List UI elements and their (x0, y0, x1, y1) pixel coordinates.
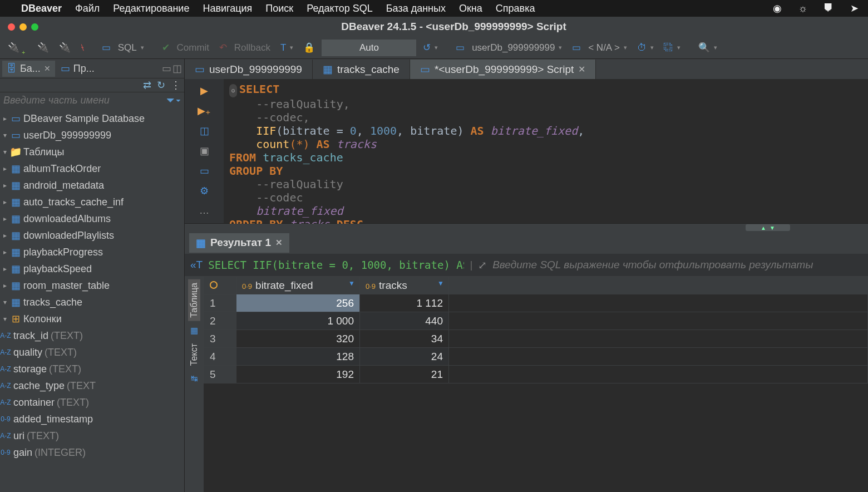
sql-text[interactable]: ⊖SELECT --realQuality, --codec, IIF(bitr… (224, 79, 868, 223)
history-icon[interactable]: ↺ (420, 41, 441, 55)
table-row[interactable]: 5 192 21 (204, 366, 868, 383)
view-menu-icon[interactable]: ⋮ (171, 79, 181, 91)
execute-script-icon[interactable]: ▶₊ (198, 105, 211, 117)
restore-panel-icon[interactable]: ◫ (172, 62, 182, 75)
expand-filter-icon[interactable]: ⤢ (478, 259, 487, 272)
result-grid[interactable]: 0·9bitrate_fixed ▼ 0·9tracks ▼ (204, 276, 868, 492)
table-row[interactable]: 3 320 34 (204, 330, 868, 348)
close-result-icon[interactable]: ✕ (275, 238, 283, 248)
tree-node-column[interactable]: A-Zcontainer(TEXT) (0, 394, 184, 411)
tree-node-table[interactable]: ▦auto_tracks_cache_inf (0, 194, 184, 210)
result-view-tabs: Таблица ▦ Текст ↹ (185, 276, 204, 492)
shield-icon[interactable]: ⛊ (822, 3, 835, 14)
schema-selector[interactable]: ▭ < N/A > (569, 41, 630, 55)
stop-icon[interactable]: ⧷ (77, 41, 87, 55)
column-header-bitrate-fixed[interactable]: 0·9bitrate_fixed ▼ (236, 277, 360, 294)
execute-statement-icon[interactable]: ▶ (200, 85, 208, 97)
close-tab-icon[interactable]: ✕ (578, 64, 585, 75)
rollback-button[interactable]: ↶ Rollback (216, 41, 274, 55)
tree-node-table-tracks-cache[interactable]: ▦tracks_cache (0, 294, 184, 311)
link-editor-icon[interactable]: ⇄ (143, 79, 151, 91)
sort-icon[interactable]: ▼ (437, 279, 444, 287)
text-column-icon: A-Z (0, 365, 11, 373)
close-window-button[interactable] (8, 23, 15, 31)
menu-search[interactable]: Поиск (265, 3, 293, 14)
tree-node-column[interactable]: A-Zquality(TEXT) (0, 344, 184, 361)
new-connection-button[interactable]: 🔌 (4, 41, 23, 55)
tree-node-table[interactable]: ▦downloadedPlaylists (0, 227, 184, 244)
tab-script[interactable]: ▭ *<userDb_999999999> Script ✕ (410, 60, 596, 79)
tree-node-table[interactable]: ▦albumTrackOrder (0, 160, 184, 177)
filter-icon[interactable]: ⏷▾ (166, 95, 181, 106)
result-view-table[interactable]: Таблица (188, 279, 200, 321)
tab-userdb[interactable]: ▭ userDb_999999999 (185, 60, 313, 79)
console-icon[interactable]: ▭ (200, 165, 209, 177)
sort-icon[interactable]: ▼ (348, 279, 355, 287)
menu-database[interactable]: База данных (386, 3, 446, 14)
tree-node-table[interactable]: ▦playbackProgress (0, 244, 184, 260)
table-row[interactable]: 4 128 24 (204, 348, 868, 366)
tx-mode-button[interactable]: T (277, 41, 297, 55)
settings-icon[interactable]: ⚙ (200, 185, 209, 197)
column-header-tracks[interactable]: 0·9tracks ▼ (360, 277, 449, 294)
tree-node-column[interactable]: A-Zcache_type(TEXT (0, 377, 184, 394)
connect-icon[interactable]: 🔌 (34, 41, 52, 55)
navigator-filter-input[interactable] (3, 95, 162, 106)
autocommit-selector[interactable]: Auto (322, 40, 416, 56)
minimize-panel-icon[interactable]: ▭ (162, 62, 171, 75)
navigator-tab-projects[interactable]: ▭ Пр... (56, 60, 99, 77)
refresh-icon[interactable]: ↻ (157, 79, 165, 91)
tree-node-table[interactable]: ▦android_metadata (0, 177, 184, 194)
menu-help[interactable]: Справка (496, 3, 535, 14)
explain-plan-icon[interactable]: ◫ (200, 125, 209, 137)
tree-node-tables[interactable]: 📁 Таблицы (0, 144, 184, 160)
result-filter-input[interactable] (492, 259, 862, 271)
tree-node-column[interactable]: A-Zstorage(TEXT) (0, 361, 184, 377)
tree-node-column[interactable]: A-Ztrack_id(TEXT) (0, 327, 184, 344)
lock-icon[interactable]: 🔒 (300, 41, 318, 55)
tab-tracks-cache[interactable]: ▦ tracks_cache (313, 60, 410, 79)
filter-query-icon[interactable]: «T (190, 259, 203, 271)
record-icon[interactable]: ◉ (771, 2, 783, 14)
brightness-icon[interactable]: ☼ (797, 3, 809, 14)
tree-node-column[interactable]: A-Zuri(TEXT) (0, 427, 184, 444)
close-icon[interactable]: ✕ (44, 64, 51, 73)
tree-node-db-sample[interactable]: ▭ DBeaver Sample Database (0, 110, 184, 127)
tree-node-table[interactable]: ▦playbackSpeed (0, 260, 184, 277)
tree-node-table[interactable]: ▦room_master_table (0, 277, 184, 294)
minimize-window-button[interactable] (19, 23, 27, 31)
menu-windows[interactable]: Окна (459, 3, 482, 14)
table-icon: ▦ (10, 213, 21, 225)
dashboard-icon[interactable]: ⏱ (634, 41, 657, 55)
tree-node-column[interactable]: 0-9added_timestamp (0, 411, 184, 427)
more-icon[interactable]: … (199, 205, 209, 217)
disconnect-icon[interactable]: 🔌 (56, 41, 74, 55)
erd-icon[interactable]: ⿻ (660, 41, 684, 55)
table-icon: ▦ (10, 279, 21, 292)
datasource-selector[interactable]: ▭ userDb_999999999 (452, 41, 565, 55)
fullscreen-window-button[interactable] (31, 23, 38, 31)
send-icon[interactable]: ➤ (848, 2, 860, 14)
record-mode-icon[interactable]: ↹ (191, 373, 198, 383)
tree-node-db-user[interactable]: ▭ userDb_999999999 (0, 127, 184, 144)
search-button[interactable]: 🔍 (695, 41, 721, 55)
result-view-text[interactable]: Текст (188, 340, 200, 369)
sql-editor-button[interactable]: ▭ SQL (98, 41, 147, 55)
tree-node-columns-folder[interactable]: ⊞Колонки (0, 311, 184, 327)
navigator-tab-databases[interactable]: 🗄 Ба... ✕ (2, 61, 55, 77)
export-icon[interactable]: ▣ (200, 145, 209, 157)
result-filter-bar: «T SELECT IIF(bitrate = 0, 1000, bitrate… (185, 254, 868, 276)
tree-node-column[interactable]: 0-9gain(INTEGER) (0, 444, 184, 461)
commit-button[interactable]: ✔ Commit (159, 41, 213, 55)
rownum-header[interactable] (204, 277, 236, 294)
menu-edit[interactable]: Редактирование (113, 3, 189, 14)
menu-navigation[interactable]: Навигация (203, 3, 252, 14)
menu-file[interactable]: Файл (75, 3, 100, 14)
tree-node-table[interactable]: ▦downloadedAlbums (0, 210, 184, 227)
menu-sql-editor[interactable]: Редактор SQL (307, 3, 373, 14)
table-row[interactable]: 2 1 000 440 (204, 312, 868, 330)
app-menu[interactable]: DBeaver (21, 3, 62, 14)
table-row[interactable]: 1 256 1 112 (204, 294, 868, 312)
splitter[interactable]: ▲▼ (185, 224, 868, 232)
result-tab[interactable]: ▦ Результат 1 ✕ (189, 233, 289, 253)
